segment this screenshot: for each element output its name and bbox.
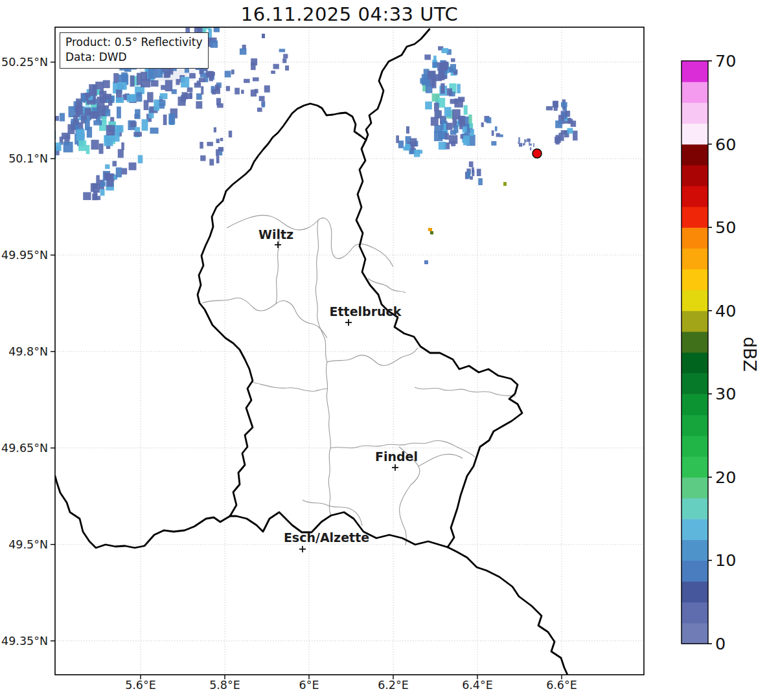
y-tick-label: 49.5°N [8,538,48,551]
y-tick-label: 49.35°N [1,635,48,648]
product-info-line2: Data: DWD [65,50,203,65]
radar-station-marker [532,149,542,158]
x-tick-label: 6°E [299,679,319,692]
city-esch-alzette: Esch/Alzette [284,530,369,552]
colorbar-tick-label: 40 [715,301,736,321]
y-tick-label: 49.65°N [1,442,48,455]
product-info-box: Product: 0.5° Reflectivity Data: DWD [60,32,209,69]
colorbar-tick-label: 20 [715,468,736,487]
colorbar-tick-label: 60 [715,135,736,154]
colorbar-tick-label: 30 [715,384,736,403]
x-tick-label: 5.8°E [209,679,240,692]
colorbar: 010203040506070 [681,51,736,653]
y-tick-label: 50.25°N [1,56,48,69]
colorbar-tick-label: 70 [715,51,736,71]
city-ettelbruck: Ettelbruck [330,304,402,326]
city-findel: Findel [375,449,418,471]
y-tick-label: 49.95°N [1,249,48,262]
colorbar-tick-label: 0 [715,634,726,653]
y-tick-label: 50.1°N [8,152,48,165]
canton-borders [202,215,516,545]
colorbar-axis-label: dBZ [740,337,760,372]
city-markers: WiltzEttelbruckFindelEsch/Alzette [258,227,418,552]
radar-map-page: 16.11.2025 04:33 UTC WiltzEttelbruckFind… [0,0,767,700]
city-label: Wiltz [258,227,293,242]
city-label: Ettelbruck [330,304,402,319]
x-tick-label: 6.2°E [378,679,409,692]
city-wiltz: Wiltz [258,227,293,248]
x-tick-label: 5.6°E [125,679,156,692]
colorbar-tick-label: 10 [715,550,736,570]
product-info-line1: Product: 0.5° Reflectivity [65,35,203,50]
x-tick-label: 6.6°E [546,679,577,692]
y-tick-label: 49.8°N [8,345,48,358]
x-tick-label: 6.4°E [462,679,493,692]
radar-map-figure: WiltzEttelbruckFindelEsch/Alzette 5.6°E5… [0,0,767,700]
city-label: Esch/Alzette [284,530,369,545]
city-label: Findel [375,449,418,464]
colorbar-tick-label: 50 [715,218,736,237]
